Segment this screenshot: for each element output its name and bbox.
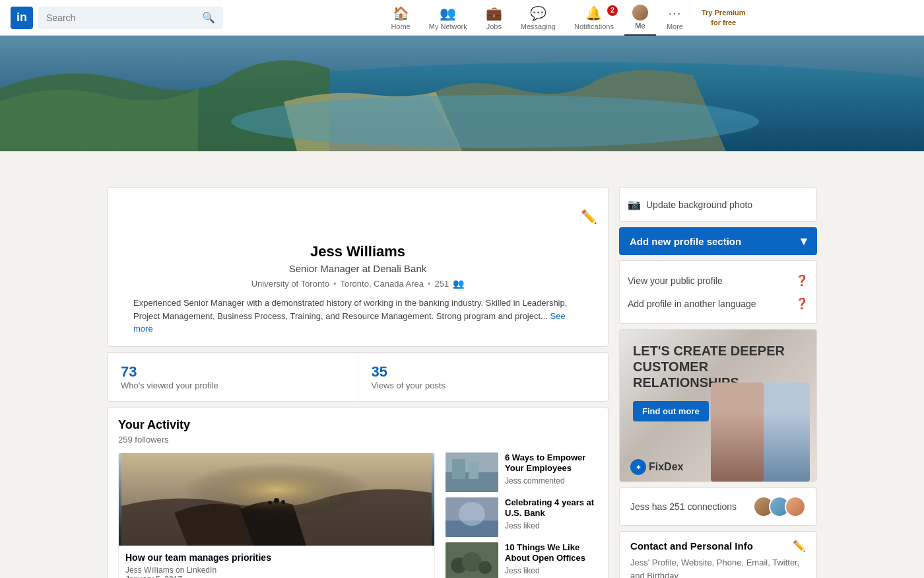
profile-university: University of Toronto bbox=[251, 279, 329, 289]
connections-card[interactable]: Jess has 251 connections bbox=[619, 488, 817, 526]
activity-content: How our team manages priorities Jess Wil… bbox=[118, 452, 597, 579]
post-thumb-2 bbox=[446, 542, 498, 579]
ad-brand: FixDex bbox=[649, 461, 683, 473]
nav-me-label: Me bbox=[635, 22, 645, 30]
add-section-button[interactable]: Add new profile section ▾ bbox=[619, 227, 817, 255]
profile-card: ✏️ Jess Williams Senior Manager at Denal… bbox=[107, 187, 609, 347]
nav-notifications[interactable]: 🔔 2 Notifications bbox=[566, 0, 622, 36]
svg-point-19 bbox=[459, 502, 485, 526]
update-bg-card: 📷 Update background photo bbox=[619, 187, 817, 222]
notifications-badge: 2 bbox=[607, 5, 618, 16]
notifications-icon: 🔔 bbox=[585, 5, 602, 21]
post-thumb-1 bbox=[446, 497, 498, 537]
view-public-profile[interactable]: View your public profile ❓ bbox=[628, 269, 808, 292]
featured-post-image bbox=[119, 453, 434, 546]
svg-point-2 bbox=[231, 95, 759, 148]
activity-followers: 259 followers bbox=[118, 435, 597, 445]
jobs-icon: 💼 bbox=[486, 5, 502, 21]
profile-bio: Experienced Senior Manager with a demons… bbox=[133, 297, 582, 336]
nav-jobs[interactable]: 💼 Jobs bbox=[478, 0, 510, 36]
network-icon: 👥 bbox=[440, 5, 456, 21]
search-bar[interactable]: 🔍 bbox=[38, 7, 223, 29]
connections-avatars bbox=[753, 496, 806, 517]
post-views-count: 35 bbox=[372, 363, 595, 380]
nav-network[interactable]: 👥 My Network bbox=[421, 0, 475, 36]
svg-rect-15 bbox=[452, 459, 465, 479]
navbar: in 🔍 🏠 Home 👥 My Network 💼 Jobs 💬 Messag… bbox=[0, 0, 924, 36]
search-icon: 🔍 bbox=[202, 11, 215, 24]
nav-home-label: Home bbox=[391, 22, 410, 30]
svg-point-23 bbox=[478, 561, 492, 574]
list-item[interactable]: Celebrating 4 years at U.S. Bank Jess li… bbox=[446, 497, 597, 537]
ad-cta-button[interactable]: Find out more bbox=[633, 401, 709, 421]
ad-people-illustration bbox=[711, 382, 810, 482]
activity-title: Your Activity bbox=[118, 418, 597, 432]
add-section-label: Add new profile section bbox=[630, 236, 741, 247]
nav-jobs-label: Jobs bbox=[486, 22, 502, 30]
post-action-2: Jess liked bbox=[505, 566, 597, 575]
contact-card: Contact and Personal Info ✏️ Jess' Profi… bbox=[619, 531, 817, 578]
activity-posts-list: 6 Ways to Empower Your Employees Jess co… bbox=[446, 452, 597, 579]
linkedin-logo[interactable]: in bbox=[11, 7, 33, 29]
svg-point-12 bbox=[268, 501, 272, 505]
ad-person-1 bbox=[711, 382, 764, 482]
main-column: ✏️ Jess Williams Senior Manager at Denal… bbox=[107, 187, 609, 578]
nav-me-avatar bbox=[632, 5, 648, 20]
connection-avatar-3 bbox=[785, 496, 806, 517]
profile-views-label: Who's viewed your profile bbox=[121, 380, 345, 390]
help-icon-language: ❓ bbox=[795, 297, 808, 310]
nav-items: 🏠 Home 👥 My Network 💼 Jobs 💬 Messaging 🔔… bbox=[223, 0, 913, 36]
premium-label: Try Premium bbox=[702, 8, 746, 17]
cover-photo bbox=[0, 36, 924, 151]
profile-edit-button[interactable]: ✏️ bbox=[581, 209, 597, 225]
dots-icon: ⋯ bbox=[668, 5, 681, 21]
featured-post[interactable]: How our team manages priorities Jess Wil… bbox=[118, 452, 435, 579]
nav-more[interactable]: ⋯ More bbox=[659, 0, 691, 36]
messaging-icon: 💬 bbox=[530, 5, 546, 21]
profile-info: Jess Williams Senior Manager at Denali B… bbox=[108, 230, 608, 346]
premium-sub: for free bbox=[711, 18, 736, 27]
svg-rect-16 bbox=[469, 462, 478, 479]
search-input[interactable] bbox=[46, 13, 198, 23]
nav-home[interactable]: 🏠 Home bbox=[383, 0, 418, 36]
advertisement: LET'S CREATE DEEPER CUSTOMER RELATIONSHI… bbox=[619, 329, 817, 482]
stats-bar: 73 Who's viewed your profile 35 Views of… bbox=[107, 352, 609, 402]
profile-avatar[interactable] bbox=[318, 187, 397, 190]
premium-button[interactable]: Try Premium for free bbox=[694, 8, 754, 27]
view-public-label: View your public profile bbox=[628, 275, 723, 286]
svg-point-10 bbox=[274, 498, 279, 503]
update-bg-button[interactable]: 📷 Update background photo bbox=[628, 196, 808, 213]
profile-connections-count: 251 bbox=[435, 279, 449, 289]
featured-post-date: January 5, 2017 bbox=[125, 575, 428, 579]
contact-edit-icon[interactable]: ✏️ bbox=[793, 540, 806, 552]
list-item[interactable]: 6 Ways to Empower Your Employees Jess co… bbox=[446, 452, 597, 492]
profile-views-stat[interactable]: 73 Who's viewed your profile bbox=[108, 353, 358, 401]
nav-network-label: My Network bbox=[429, 22, 467, 30]
ad-person-2 bbox=[757, 382, 810, 482]
profile-title: Senior Manager at Denali Bank bbox=[118, 263, 597, 274]
update-bg-label: Update background photo bbox=[646, 199, 752, 210]
list-item[interactable]: 10 Things We Like About Open Offices Jes… bbox=[446, 542, 597, 579]
contact-title: Contact and Personal Info bbox=[630, 540, 753, 552]
post-views-stat[interactable]: 35 Views of your posts bbox=[358, 353, 609, 401]
add-language-profile[interactable]: Add profile in another language ❓ bbox=[628, 292, 808, 315]
profile-links-card: View your public profile ❓ Add profile i… bbox=[619, 260, 817, 324]
post-action-1: Jess liked bbox=[505, 521, 597, 530]
post-views-label: Views of your posts bbox=[372, 380, 595, 390]
contact-desc: Jess' Profile, Website, Phone, Email, Tw… bbox=[630, 556, 806, 578]
activity-card: Your Activity 259 followers bbox=[107, 407, 609, 579]
dropdown-arrow-icon: ▾ bbox=[801, 234, 807, 248]
profile-name: Jess Williams bbox=[118, 243, 597, 260]
camera-icon: 📷 bbox=[628, 198, 641, 211]
profile-views-count: 73 bbox=[121, 363, 345, 380]
add-language-label: Add profile in another language bbox=[628, 299, 756, 309]
nav-messaging[interactable]: 💬 Messaging bbox=[513, 0, 564, 36]
nav-me[interactable]: Me bbox=[624, 0, 656, 36]
profile-meta: University of Toronto • Toronto, Canada … bbox=[118, 278, 597, 289]
help-icon-view: ❓ bbox=[795, 274, 808, 287]
profile-location: Toronto, Canada Area bbox=[341, 279, 424, 289]
nav-more-label: More bbox=[667, 22, 683, 30]
nav-notifications-label: Notifications bbox=[574, 22, 614, 30]
featured-post-title: How our team manages priorities bbox=[125, 552, 428, 563]
post-action-0: Jess commented bbox=[505, 476, 597, 486]
